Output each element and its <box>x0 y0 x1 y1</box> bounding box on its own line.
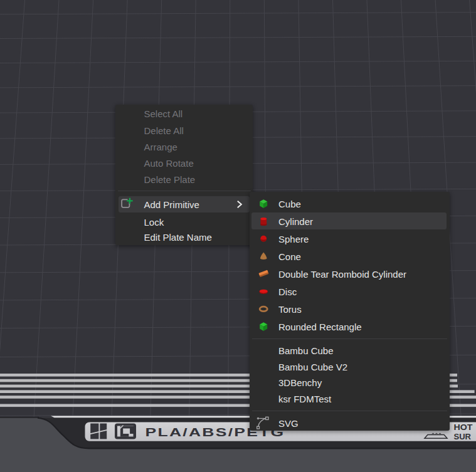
svg-text:SUR: SUR <box>454 432 472 441</box>
svg-text:HOT: HOT <box>454 422 473 432</box>
